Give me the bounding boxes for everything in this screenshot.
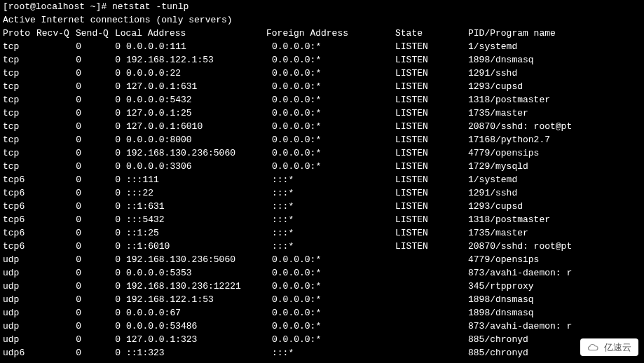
shell-prompt: [root@localhost ~]# xyxy=(3,1,112,12)
cell-sendq: 0 xyxy=(81,40,121,53)
table-row: udp000.0.0.0:670.0.0.0:*1898/dnsmasq xyxy=(3,306,641,320)
cell-local: 192.168.122.1:53 xyxy=(121,53,272,67)
cell-pid: 1291/sshd xyxy=(468,67,517,80)
cell-foreign: :::* xyxy=(272,226,395,240)
cell-proto: tcp6 xyxy=(3,186,42,200)
cell-state: LISTEN xyxy=(395,53,468,67)
table-header: ProtoRecv-QSend-QLocal AddressForeign Ad… xyxy=(3,27,641,40)
cell-recvq: 0 xyxy=(42,346,81,359)
cell-proto: udp xyxy=(3,266,42,280)
cell-local: 0.0.0.0:53486 xyxy=(121,320,272,333)
cell-sendq: 0 xyxy=(81,280,121,293)
cell-proto: tcp xyxy=(3,133,42,146)
cell-local: 0.0.0.0:3306 xyxy=(121,160,272,173)
cell-local: :::111 xyxy=(121,173,272,186)
cell-recvq: 0 xyxy=(42,226,81,240)
cell-recvq: 0 xyxy=(42,67,81,80)
cell-pid: 1293/cupsd xyxy=(468,200,523,213)
cell-recvq: 0 xyxy=(42,333,81,346)
cell-local: 192.168.122.1:53 xyxy=(121,293,272,306)
cell-sendq: 0 xyxy=(81,293,121,306)
banner-line: Active Internet connections (only server… xyxy=(3,13,641,27)
cell-recvq: 0 xyxy=(42,213,81,226)
header-proto: Proto xyxy=(3,27,36,40)
table-row: tcp600:::111:::*LISTEN1/systemd xyxy=(3,173,641,186)
cloud-icon xyxy=(587,343,600,352)
cell-pid: 1898/dnsmasq xyxy=(468,53,534,67)
cell-local: ::1:323 xyxy=(121,346,272,359)
cell-proto: tcp xyxy=(3,146,42,160)
table-row: tcp00192.168.122.1:530.0.0.0:*LISTEN1898… xyxy=(3,53,641,67)
cell-proto: tcp6 xyxy=(3,173,42,186)
cell-local: :::22 xyxy=(121,186,272,200)
cell-sendq: 0 xyxy=(81,333,121,346)
cell-foreign: 0.0.0.0:* xyxy=(272,67,395,80)
cell-local: 0.0.0.0:67 xyxy=(121,306,272,320)
cell-proto: tcp xyxy=(3,40,42,53)
cell-pid: 4779/opensips xyxy=(468,253,539,266)
cell-proto: tcp xyxy=(3,67,42,80)
cell-foreign: :::* xyxy=(272,173,395,186)
table-row: tcp000.0.0.0:33060.0.0.0:*LISTEN1729/mys… xyxy=(3,160,641,173)
cell-state: LISTEN xyxy=(395,160,468,173)
watermark-text: 亿速云 xyxy=(604,341,631,354)
cell-recvq: 0 xyxy=(42,107,81,120)
cell-sendq: 0 xyxy=(81,213,121,226)
table-body: tcp000.0.0.0:1110.0.0.0:*LISTEN1/systemd… xyxy=(3,40,641,359)
cell-sendq: 0 xyxy=(81,80,121,93)
table-row: udp600::1:323:::*885/chronyd xyxy=(3,346,641,359)
table-row: tcp00127.0.0.1:6310.0.0.0:*LISTEN1293/cu… xyxy=(3,80,641,93)
cell-foreign: 0.0.0.0:* xyxy=(272,306,395,320)
cell-pid: 873/avahi-daemon: r xyxy=(468,320,572,333)
cell-proto: tcp6 xyxy=(3,226,42,240)
cell-proto: udp xyxy=(3,306,42,320)
cell-sendq: 0 xyxy=(81,67,121,80)
cell-recvq: 0 xyxy=(42,146,81,160)
cell-proto: tcp6 xyxy=(3,240,42,253)
cell-proto: udp xyxy=(3,293,42,306)
cell-proto: tcp6 xyxy=(3,200,42,213)
table-row: tcp000.0.0.0:54320.0.0.0:*LISTEN1318/pos… xyxy=(3,93,641,107)
cell-sendq: 0 xyxy=(81,120,121,133)
table-row: udp00192.168.130.236:122210.0.0.0:*345/r… xyxy=(3,280,641,293)
cell-pid: 20870/sshd: root@pt xyxy=(468,120,572,133)
cell-proto: udp xyxy=(3,280,42,293)
cell-foreign: 0.0.0.0:* xyxy=(272,266,395,280)
cell-local: 0.0.0.0:22 xyxy=(121,67,272,80)
cell-sendq: 0 xyxy=(81,53,121,67)
cell-foreign: 0.0.0.0:* xyxy=(272,253,395,266)
cell-pid: 1291/sshd xyxy=(468,186,517,200)
cell-sendq: 0 xyxy=(81,107,121,120)
cell-recvq: 0 xyxy=(42,240,81,253)
cell-pid: 885/chronyd xyxy=(468,346,528,359)
cell-foreign: :::* xyxy=(272,240,395,253)
cell-recvq: 0 xyxy=(42,80,81,93)
table-row: tcp600::1:25:::*LISTEN1735/master xyxy=(3,226,641,240)
cell-foreign: 0.0.0.0:* xyxy=(272,40,395,53)
cell-foreign: 0.0.0.0:* xyxy=(272,146,395,160)
cell-sendq: 0 xyxy=(81,240,121,253)
cell-foreign: 0.0.0.0:* xyxy=(272,107,395,120)
cell-state: LISTEN xyxy=(395,200,468,213)
cell-sendq: 0 xyxy=(81,173,121,186)
cell-foreign: 0.0.0.0:* xyxy=(272,80,395,93)
header-foreign: Foreign Address xyxy=(266,27,395,40)
cell-state: LISTEN xyxy=(395,213,468,226)
table-row: tcp000.0.0.0:80000.0.0.0:*LISTEN17168/py… xyxy=(3,133,641,146)
cell-state: LISTEN xyxy=(395,133,468,146)
cell-recvq: 0 xyxy=(42,320,81,333)
cell-proto: tcp xyxy=(3,93,42,107)
cell-sendq: 0 xyxy=(81,133,121,146)
cell-sendq: 0 xyxy=(81,186,121,200)
table-row: tcp00192.168.130.236:50600.0.0.0:*LISTEN… xyxy=(3,146,641,160)
cell-foreign: :::* xyxy=(272,200,395,213)
cell-proto: tcp xyxy=(3,53,42,67)
cell-recvq: 0 xyxy=(42,40,81,53)
cell-sendq: 0 xyxy=(81,253,121,266)
cell-proto: udp6 xyxy=(3,346,42,359)
header-pid: PID/Program name xyxy=(468,27,556,40)
cell-pid: 20870/sshd: root@pt xyxy=(468,240,572,253)
cell-foreign: 0.0.0.0:* xyxy=(272,333,395,346)
cell-local: 0.0.0.0:111 xyxy=(121,40,272,53)
cell-pid: 1318/postmaster xyxy=(468,93,550,107)
